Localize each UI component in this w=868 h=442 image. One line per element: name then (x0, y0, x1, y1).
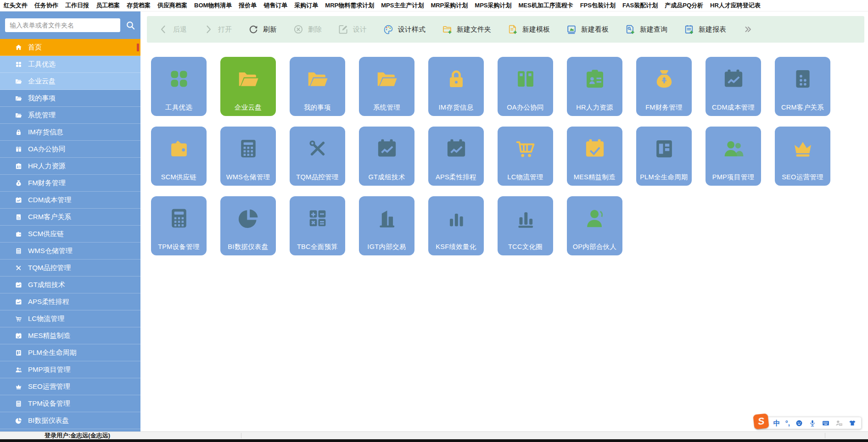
sidebar-item-wallet[interactable]: SCM供应链 (0, 226, 140, 243)
sidebar-item-building-dots[interactable]: CRM客户关系 (0, 209, 140, 226)
sidebar-item-folder[interactable]: 系统管理 (0, 107, 140, 124)
app-tile[interactable]: 我的事项 (290, 57, 345, 116)
search-input[interactable] (5, 18, 120, 32)
app-tile[interactable]: MES精益制造 (567, 127, 622, 186)
keyboard-icon[interactable] (822, 419, 830, 427)
app-tile[interactable]: TBC全面预算 (290, 196, 345, 255)
app-tile[interactable]: 系统管理 (359, 57, 414, 116)
design-style-button[interactable]: 设计样式 (383, 24, 426, 35)
menu-item[interactable]: 销售订单 (263, 1, 287, 10)
app-tile[interactable]: OP内部合伙人 (567, 196, 622, 255)
search-icon[interactable] (123, 18, 138, 33)
new-folder-button[interactable]: 新建文件夹 (442, 24, 491, 35)
refresh-button[interactable]: 刷新 (248, 24, 277, 35)
sidebar-item-calendar-check[interactable]: MES精益制造 (0, 327, 140, 344)
sidebar-item-people[interactable]: PMP项目管理 (0, 361, 140, 378)
menu-item[interactable]: MRP采购计划 (431, 1, 468, 10)
menu-item[interactable]: 存货档案 (127, 1, 151, 10)
app-tile[interactable]: GT成组技术 (359, 127, 414, 186)
app-tile[interactable]: TPM设备管理 (151, 196, 207, 255)
menu-item[interactable]: MES机加工序流程卡 (518, 1, 573, 10)
app-tile[interactable]: BI数据仪表盘 (220, 196, 276, 255)
menu-item[interactable]: 红头文件 (4, 1, 28, 10)
new-board-button[interactable]: 新建看板 (566, 24, 609, 35)
app-tile[interactable]: PMP项目管理 (706, 127, 761, 186)
sogou-logo-icon[interactable] (753, 413, 769, 429)
app-tile[interactable]: OA办公协同 (498, 57, 553, 116)
skin-tshirt-icon[interactable] (848, 419, 857, 427)
app-tile[interactable]: HR人力资源 (567, 57, 622, 116)
app-tile[interactable]: IGT内部交易 (359, 196, 414, 255)
toolbar-button-label: 打开 (218, 25, 232, 34)
app-grid-icon (15, 61, 22, 68)
menu-item[interactable]: 采购订单 (294, 1, 318, 10)
menu-item[interactable]: 员工档案 (96, 1, 120, 10)
app-tile[interactable]: SCM供应链 (151, 127, 207, 186)
tile-label: WMS仓储管理 (220, 173, 276, 182)
app-tile[interactable]: CRM客户关系 (775, 57, 830, 116)
sidebar-item-calendar-chart[interactable]: GT成组技术 (0, 276, 140, 293)
user-badge-icon[interactable] (835, 419, 843, 427)
sidebar-item-app-grid[interactable]: 工具优选 (0, 56, 140, 73)
sidebar-item-table-grid[interactable]: WMS仓储管理 (0, 243, 140, 260)
tile-label: GT成组技术 (359, 173, 414, 182)
app-tile[interactable]: LC物流管理 (498, 127, 553, 186)
open-button[interactable]: 打开 (203, 24, 232, 35)
menu-item[interactable]: 工作日报 (65, 1, 89, 10)
sidebar-item-id-badge[interactable]: HR人力资源 (0, 158, 140, 175)
new-query-button[interactable]: 新建查询 (625, 24, 667, 35)
sidebar-item-lock[interactable]: IM存货信息 (0, 124, 140, 141)
sidebar-item-pie-chart[interactable]: BI数据仪表盘 (0, 412, 140, 429)
app-tile[interactable]: IM存货信息 (428, 57, 484, 116)
app-tile[interactable]: KSF绩效量化 (428, 196, 484, 255)
menu-item[interactable]: BOM物料清单 (194, 1, 232, 10)
menu-item[interactable]: MPS采购计划 (475, 1, 511, 10)
menu-item[interactable]: MRP物料需求计划 (325, 1, 374, 10)
sidebar-item-crown[interactable]: SEO运营管理 (0, 378, 140, 395)
sidebar-item-calendar-chart[interactable]: APS柔性排程 (0, 293, 140, 310)
menu-item[interactable]: FAS装配计划 (622, 1, 658, 10)
new-template-button[interactable]: 新建模板 (507, 24, 550, 35)
delete-button[interactable]: 删除 (293, 24, 322, 35)
design-button[interactable]: 设计 (338, 24, 367, 35)
menu-item[interactable]: HR人才应聘登记表 (710, 1, 761, 10)
app-tile[interactable]: WMS仓储管理 (220, 127, 276, 186)
menu-item[interactable]: FPS包装计划 (580, 1, 616, 10)
sidebar-item-calculator[interactable]: TPM设备管理 (0, 395, 140, 412)
sidebar-item-layout[interactable]: PLM全生命周期 (0, 344, 140, 361)
menu-item[interactable]: 报价单 (239, 1, 257, 10)
sidebar-item-cart[interactable]: LC物流管理 (0, 310, 140, 327)
menu-item[interactable]: 供应商档案 (157, 1, 187, 10)
ime-chinese-mode-button[interactable]: 中 (773, 420, 780, 426)
sidebar-item-tools[interactable]: TQM品控管理 (0, 260, 140, 276)
sidebar-item-money-bag[interactable]: FM财务管理 (0, 175, 140, 192)
ime-punctuation-button[interactable]: °, (785, 420, 790, 426)
app-tile[interactable]: TQM品控管理 (290, 127, 345, 186)
tile-label: TQM品控管理 (290, 173, 345, 182)
top-menu-bar: 红头文件任务协作工作日报员工档案存货档案供应商档案BOM物料清单报价单销售订单采… (0, 0, 868, 11)
app-tile[interactable]: PLM全生命周期 (636, 127, 692, 186)
sidebar-item-home[interactable]: 首页 (0, 39, 140, 56)
sidebar-item-panels[interactable]: OA办公协同 (0, 141, 140, 158)
calendar-check-icon (15, 332, 22, 340)
app-tile[interactable]: 工具优选 (151, 57, 207, 116)
sidebar-item-label: 企业云盘 (28, 77, 56, 86)
menu-item[interactable]: MPS主生产计划 (381, 1, 424, 10)
back-button[interactable]: 后退 (158, 24, 187, 35)
menu-item[interactable]: 任务协作 (34, 1, 58, 10)
microphone-icon[interactable] (808, 419, 817, 427)
app-tile[interactable]: CDM成本管理 (706, 57, 761, 116)
app-tile[interactable]: APS柔性排程 (428, 127, 484, 186)
emoji-icon[interactable] (795, 419, 803, 427)
more-button[interactable] (742, 24, 753, 35)
sidebar-item-folder[interactable]: 我的事项 (0, 90, 140, 107)
app-tile[interactable]: SEO运营管理 (775, 127, 830, 186)
sidebar-item-folder[interactable]: 企业云盘 (0, 73, 140, 90)
app-tile[interactable]: 企业云盘 (220, 57, 276, 116)
new-report-button[interactable]: 新建报表 (683, 24, 726, 35)
menu-item[interactable]: 产成品PQ分析 (665, 1, 703, 10)
app-tile[interactable]: TCC文化圈 (498, 196, 553, 255)
sidebar-item-calendar-chart[interactable]: CDM成本管理 (0, 192, 140, 209)
app-tile[interactable]: FM财务管理 (636, 57, 692, 116)
calendar-chart-icon (15, 196, 22, 204)
